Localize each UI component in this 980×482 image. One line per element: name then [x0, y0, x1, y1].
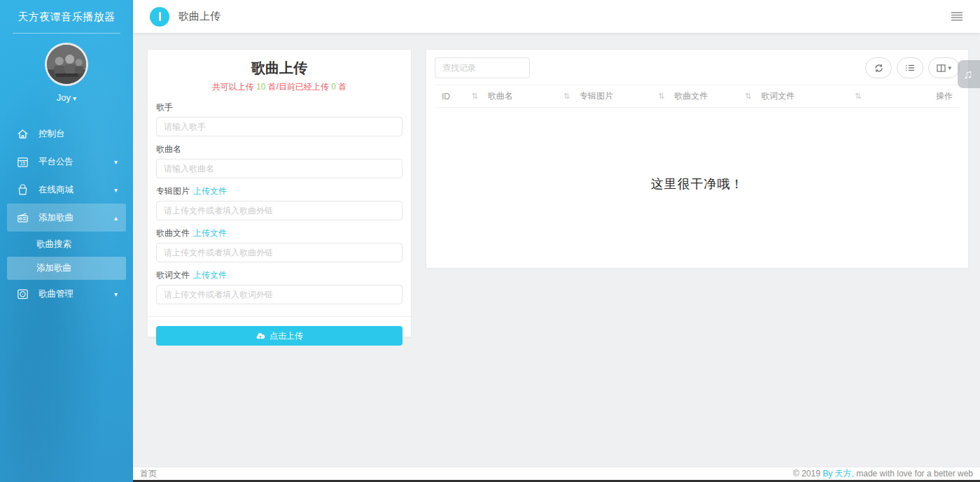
main-area: 歌曲上传 歌曲上传 共可以上传 10 首/目前已经上传 0 首 歌手 [133, 0, 980, 482]
user-caret-icon: ▾ [73, 94, 76, 102]
toggle-view-button[interactable] [897, 57, 923, 78]
upload-form-card: 歌曲上传 共可以上传 10 首/目前已经上传 0 首 歌手 歌曲名 专辑图片 上… [147, 49, 412, 337]
user-name: Joy [57, 92, 71, 103]
sidebar-item-add-songs[interactable]: 添加歌曲 ▴ [7, 204, 126, 232]
list-icon [905, 64, 915, 72]
song-file-input[interactable] [156, 243, 402, 262]
page-title: 歌曲上传 [178, 10, 948, 23]
form-title: 歌曲上传 [156, 59, 402, 76]
column-header-id[interactable]: ID⇅ [442, 90, 488, 102]
field-lyrics-file: 歌词文件 上传文件 [156, 270, 402, 304]
sidebar-item-mall[interactable]: 在线商城 ▾ [7, 176, 126, 204]
home-icon [15, 127, 29, 141]
upload-file-link[interactable]: 上传文件 [193, 228, 227, 238]
sidebar-divider [13, 33, 120, 34]
upload-submit-button[interactable]: 点击上传 [156, 326, 402, 346]
upload-file-link[interactable]: 上传文件 [193, 270, 227, 280]
sidebar-item-label: 添加歌曲 [38, 212, 114, 224]
records-table-card: ▾ ID⇅ 歌曲名⇅ 专辑图片⇅ 歌曲文件⇅ [426, 49, 969, 269]
column-header-album-image[interactable]: 专辑图片⇅ [580, 90, 674, 102]
app-title: 天方夜谭音乐播放器 [0, 0, 133, 33]
field-label: 歌曲名 [156, 144, 181, 154]
quota-total: 10 [256, 82, 265, 92]
song-name-input[interactable] [156, 159, 402, 178]
field-label: 歌词文件 [156, 270, 190, 280]
sidebar: 天方夜谭音乐播放器 Joy▾ [0, 0, 133, 482]
lyrics-file-input[interactable] [156, 285, 402, 304]
column-header-song-name[interactable]: 歌曲名⇅ [488, 90, 580, 102]
content-area: 歌曲上传 共可以上传 10 首/目前已经上传 0 首 歌手 歌曲名 专辑图片 上… [133, 33, 980, 467]
sidebar-item-song-management[interactable]: 歌曲管理 ▾ [7, 280, 126, 308]
sidebar-item-label: 平台公告 [38, 156, 114, 168]
empty-state-text: 这里很干净哦！ [435, 108, 960, 260]
footer-author-link[interactable]: By 天方, [822, 469, 854, 479]
table-toolbar: ▾ [435, 57, 960, 78]
sidebar-item-label: 歌曲管理 [38, 288, 114, 300]
shop-bag-icon [15, 183, 29, 197]
avatar[interactable] [45, 43, 88, 86]
caret-down-icon: ▾ [114, 158, 118, 166]
column-header-song-file[interactable]: 歌曲文件⇅ [674, 90, 761, 102]
app-window: 天方夜谭音乐播放器 Joy▾ [0, 0, 980, 482]
field-label: 歌手 [156, 102, 173, 112]
sidebar-subitem-label: 歌曲搜索 [36, 239, 71, 250]
toggle-bar-icon [159, 12, 161, 21]
hamburger-icon [951, 11, 963, 22]
sort-icon: ⇅ [471, 92, 477, 101]
sidebar-nav: 控制台 15 平台公告 ▾ 在线商城 [0, 120, 133, 308]
upload-quota-text: 共可以上传 10 首/目前已经上传 0 首 [156, 81, 402, 93]
sidebar-toggle-button[interactable] [150, 7, 169, 27]
field-singer: 歌手 [156, 102, 402, 136]
field-song-file: 歌曲文件 上传文件 [156, 228, 402, 262]
sort-icon: ⇅ [658, 92, 664, 101]
caret-up-icon: ▴ [114, 214, 118, 222]
sidebar-item-console[interactable]: 控制台 [7, 120, 126, 148]
sidebar-subitem-song-search[interactable]: 歌曲搜索 [7, 232, 126, 257]
columns-button[interactable]: ▾ [928, 57, 960, 78]
field-song-name: 歌曲名 [156, 144, 402, 178]
upload-file-link[interactable]: 上传文件 [193, 186, 227, 196]
search-input[interactable] [435, 57, 530, 78]
singer-input[interactable] [156, 117, 402, 136]
field-album-image: 专辑图片 上传文件 [156, 186, 402, 220]
column-header-actions: 操作 [871, 90, 953, 102]
field-label: 歌曲文件 [156, 228, 190, 238]
caret-down-icon: ▾ [948, 64, 951, 71]
refresh-icon [874, 64, 883, 73]
form-divider [148, 316, 411, 317]
disc-icon [15, 287, 29, 301]
album-image-input[interactable] [156, 201, 402, 220]
sort-icon: ⇅ [855, 92, 861, 101]
table-header-row: ID⇅ 歌曲名⇅ 专辑图片⇅ 歌曲文件⇅ 歌词文件⇅ 操作 [435, 85, 960, 108]
sidebar-item-announcements[interactable]: 15 平台公告 ▾ [7, 148, 126, 176]
sidebar-subitem-add-song[interactable]: 添加歌曲 [7, 257, 126, 280]
column-header-lyrics-file[interactable]: 歌词文件⇅ [761, 90, 871, 102]
avatar-image [47, 45, 86, 84]
footer: 首页 © 2019 By 天方, made with love for a be… [133, 467, 980, 480]
sidebar-subitem-label: 添加歌曲 [36, 262, 71, 274]
sort-icon: ⇅ [745, 92, 751, 101]
mini-player-toggle[interactable]: ♫ [958, 60, 980, 88]
user-menu[interactable]: Joy▾ [0, 92, 133, 103]
caret-down-icon: ▾ [114, 186, 118, 194]
sidebar-item-label: 在线商城 [38, 184, 114, 196]
sidebar-item-label: 控制台 [38, 128, 118, 140]
svg-text:15: 15 [20, 161, 25, 166]
cloud-upload-icon [255, 332, 265, 340]
topbar-menu-button[interactable] [948, 8, 966, 24]
music-note-icon: ♫ [963, 67, 973, 82]
columns-icon [937, 64, 946, 72]
field-label: 专辑图片 [156, 186, 190, 196]
footer-copyright: © 2019 By 天方, made with love for a bette… [793, 468, 973, 480]
caret-down-icon: ▾ [114, 290, 118, 298]
refresh-button[interactable] [865, 57, 892, 78]
topbar: 歌曲上传 [133, 0, 980, 33]
sort-icon: ⇅ [564, 92, 570, 101]
calendar-icon: 15 [15, 155, 29, 169]
radio-icon [15, 211, 29, 225]
footer-home-link[interactable]: 首页 [140, 468, 157, 480]
